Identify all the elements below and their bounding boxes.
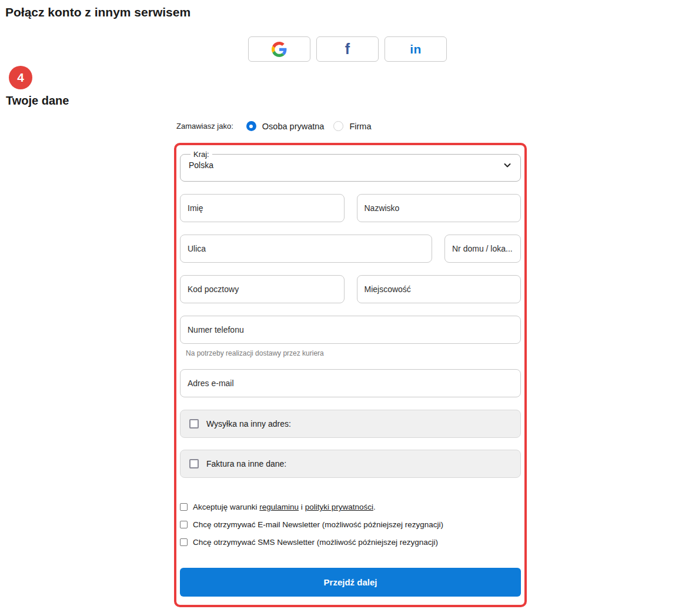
facebook-login-button[interactable]: f [316,36,379,62]
radio-unselected-icon [333,121,343,131]
shipping-other-address-row[interactable]: Wysyłka na inny adres: [180,410,521,438]
google-icon [272,42,287,57]
terms-link[interactable]: regulaminu [259,503,299,511]
terms-checkbox[interactable] [180,503,188,511]
radio-firma[interactable]: Firma [333,121,371,131]
radio-osoba-prywatna[interactable]: Osoba prywatna [246,121,325,131]
city-input[interactable] [357,275,521,303]
social-login-row: f in [248,36,447,62]
email-newsletter-checkbox[interactable] [180,521,188,528]
radio-selected-icon [246,121,256,131]
invoice-other-data-row[interactable]: Faktura na inne dane: [180,450,521,478]
first-name-input[interactable] [180,194,345,222]
street-input[interactable] [180,235,432,263]
chevron-down-icon [503,160,512,170]
order-type-row: Zamawiasz jako: Osoba prywatna Firma [176,121,380,131]
sms-newsletter-label: Chcę otrzymywać SMS Newsletter (możliwoś… [193,538,438,547]
house-number-input[interactable] [444,235,521,263]
submit-button[interactable]: Przejdź dalej [180,568,521,597]
phone-input[interactable] [180,316,521,344]
terms-label: Akceptuję warunki regulaminu i polityki … [193,503,376,511]
invoice-other-data-label: Faktura na inne dane: [206,459,286,468]
google-login-button[interactable] [248,36,310,62]
country-value: Polska [189,160,213,170]
email-input[interactable] [180,369,521,397]
linkedin-login-button[interactable]: in [385,36,447,62]
last-name-input[interactable] [357,194,521,222]
radio-osoba-prywatna-label: Osoba prywatna [262,122,325,131]
terms-suffix: . [373,503,376,511]
page-title: Połącz konto z innym serwisem [5,5,190,19]
postal-code-input[interactable] [180,275,345,303]
privacy-policy-link[interactable]: polityki prywatności [305,503,373,511]
country-label: Kraj: [190,150,212,159]
terms-consent-line: Akceptuję warunki regulaminu i polityki … [180,503,521,511]
phone-hint: Na potrzeby realizacji dostawy przez kur… [186,349,521,357]
sms-newsletter-line: Chcę otrzymywać SMS Newsletter (możliwoś… [180,538,521,547]
terms-prefix: Akceptuję warunki [193,503,259,511]
street-row [180,235,521,263]
consents-section: Akceptuję warunki regulaminu i polityki … [180,503,521,547]
invoice-other-data-checkbox[interactable] [189,459,199,468]
facebook-icon: f [345,42,350,56]
shipping-other-address-checkbox[interactable] [189,419,199,428]
sms-newsletter-checkbox[interactable] [180,538,188,546]
country-select[interactable]: Kraj: Polska [180,150,521,182]
name-row [180,194,521,222]
radio-firma-label: Firma [349,122,371,131]
step-badge: 4 [9,66,32,89]
email-newsletter-line: Chcę otrzymywać E-mail Newsletter (możli… [180,520,521,529]
step-title: Twoje dane [6,94,69,108]
order-type-label: Zamawiasz jako: [176,122,233,130]
terms-middle: i [299,503,305,511]
linkedin-icon: in [410,43,422,55]
form-highlight-box: Kraj: Polska Na potrzeby realizacji dost… [174,143,527,607]
email-newsletter-label: Chcę otrzymywać E-mail Newsletter (możli… [193,520,443,529]
city-row [180,275,521,303]
shipping-other-address-label: Wysyłka na inny adres: [206,419,291,428]
step-number: 4 [17,71,24,85]
